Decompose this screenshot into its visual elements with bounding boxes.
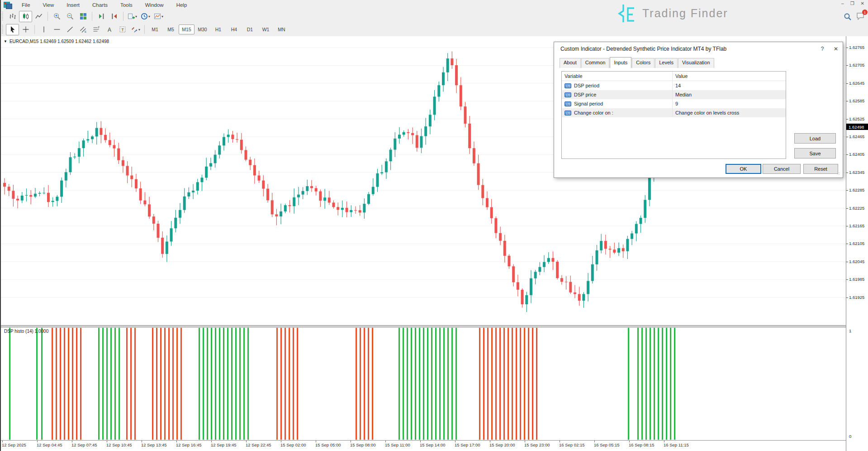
- shapes-button[interactable]: ▾: [129, 24, 142, 35]
- time-axis[interactable]: 12 Sep 202512 Sep 04:4512 Sep 07:4512 Se…: [1, 440, 846, 451]
- bar-chart-button[interactable]: [6, 11, 19, 22]
- template-button[interactable]: ▾: [152, 11, 165, 22]
- text-label-button[interactable]: A: [103, 24, 116, 35]
- toolbar-separator: [34, 25, 35, 34]
- timeframe-mn[interactable]: MN: [274, 24, 289, 34]
- cancel-button[interactable]: Cancel: [763, 164, 801, 174]
- dropdown-arrow-icon[interactable]: ▾: [161, 14, 163, 19]
- auto-scroll-button[interactable]: [108, 11, 121, 22]
- zoom-in-button[interactable]: [50, 11, 63, 22]
- time-tick-mark: [211, 441, 212, 442]
- timeframe-w1[interactable]: W1: [258, 24, 274, 34]
- variable-value[interactable]: 9: [673, 101, 786, 106]
- column-header-value: Value: [673, 73, 786, 79]
- menu-item-window[interactable]: Window: [139, 1, 170, 9]
- equidistant-channel-button[interactable]: E: [76, 24, 90, 35]
- price-axis[interactable]: 1.627651.627051.626451.625851.625251.624…: [846, 36, 868, 451]
- indicator-scale-max: 1: [849, 328, 851, 333]
- toolbar-separator: [47, 12, 48, 21]
- trend-line-button[interactable]: [63, 24, 76, 35]
- close-icon[interactable]: ✕: [861, 1, 864, 6]
- timeframe-h4[interactable]: H4: [226, 24, 242, 34]
- variable-name: Signal period: [574, 101, 603, 106]
- tab-visualization[interactable]: Visualization: [678, 58, 714, 68]
- dropdown-arrow-icon[interactable]: ▾: [138, 28, 140, 32]
- time-tick-mark: [629, 441, 630, 442]
- restore-icon[interactable]: ❐: [850, 1, 854, 6]
- tab-levels[interactable]: Levels: [655, 58, 678, 68]
- menu-item-tools[interactable]: Tools: [114, 1, 139, 9]
- svg-text:E: E: [85, 30, 86, 33]
- dialog-title-bar[interactable]: Custom Indicator - Detrended Synthetic P…: [554, 42, 843, 56]
- timeframe-d1[interactable]: D1: [242, 24, 258, 34]
- variable-value[interactable]: 14: [673, 83, 786, 88]
- timeframe-m30[interactable]: M30: [194, 24, 210, 34]
- timeframe-m5[interactable]: M5: [163, 24, 179, 34]
- dialog-close-icon[interactable]: ✕: [829, 44, 843, 54]
- tab-about[interactable]: About: [560, 58, 581, 68]
- time-tick-mark: [351, 441, 351, 442]
- minimize-icon[interactable]: –: [841, 1, 844, 6]
- timeframe-m1[interactable]: M1: [147, 24, 163, 34]
- input-row-dsp-period[interactable]: 123DSP period14: [562, 81, 786, 90]
- crosshair-button[interactable]: [19, 24, 32, 35]
- dialog-resize-grip[interactable]: ∷: [838, 173, 841, 177]
- load-button[interactable]: Load: [794, 133, 836, 144]
- crosshair-icon: [22, 26, 29, 33]
- dropdown-arrow-icon[interactable]: ▾: [135, 14, 137, 19]
- horizontal-line-button[interactable]: [50, 24, 63, 35]
- input-row-dsp-price[interactable]: 123DSP priceMedian: [562, 90, 786, 99]
- candlestick-chart-button[interactable]: [19, 11, 32, 22]
- zoom-out-button[interactable]: [63, 11, 76, 22]
- fibonacci-button[interactable]: F: [90, 24, 103, 35]
- indicator-histogram[interactable]: DSP histo (14) 1.0000: [1, 327, 846, 440]
- price-tick-label: 1.62765: [849, 45, 864, 50]
- chat-icon[interactable]: 1: [856, 12, 865, 22]
- new-order-icon: [128, 13, 135, 20]
- symbol-ohlc-label[interactable]: ▼ EURCAD,M15 1.62469 1.62509 1.62462 1.6…: [4, 39, 109, 44]
- price-tick-mark: [846, 173, 848, 173]
- variable-value[interactable]: Change color on levels cross: [673, 110, 786, 115]
- timeframe-m15[interactable]: M15: [179, 24, 194, 34]
- reset-button[interactable]: Reset: [803, 164, 838, 174]
- price-tick-mark: [846, 279, 848, 280]
- time-tick-label: 15 Sep 11:00: [385, 442, 410, 447]
- price-tick-label: 1.61985: [849, 277, 864, 282]
- chart-shift-button[interactable]: [95, 11, 108, 22]
- tab-colors[interactable]: Colors: [632, 58, 655, 68]
- tab-inputs[interactable]: Inputs: [610, 57, 631, 68]
- app-icon[interactable]: [4, 2, 12, 9]
- search-icon[interactable]: [844, 13, 852, 21]
- price-tick-label: 1.61925: [849, 295, 864, 300]
- dialog-help-button[interactable]: ?: [816, 44, 829, 54]
- current-price-flag: 1.62498: [846, 124, 868, 130]
- numeric-123-icon: 123: [564, 92, 571, 97]
- dropdown-arrow-icon[interactable]: ▾: [148, 14, 150, 19]
- price-tick-mark: [846, 154, 848, 155]
- chart-dropdown-icon[interactable]: ▼: [4, 39, 7, 43]
- cursor-button[interactable]: [6, 24, 19, 35]
- time-tick-label: 12 Sep 07:45: [71, 442, 97, 447]
- input-row-signal-period[interactable]: 123Signal period9: [562, 99, 786, 108]
- line-chart-button[interactable]: [32, 11, 45, 22]
- variable-value[interactable]: Median: [673, 92, 786, 97]
- time-tick-label: 12 Sep 2025: [2, 442, 26, 447]
- tab-common[interactable]: Common: [581, 58, 610, 68]
- time-tick-mark: [176, 441, 177, 442]
- vertical-line-button[interactable]: [37, 24, 50, 35]
- text-box-button[interactable]: T: [116, 24, 129, 35]
- new-order-button[interactable]: ▾: [126, 11, 139, 22]
- svg-text:A: A: [107, 27, 111, 33]
- svg-text:T: T: [121, 28, 123, 32]
- periods-button[interactable]: ▾: [139, 11, 152, 22]
- timeframe-h1[interactable]: H1: [210, 24, 226, 34]
- ok-button[interactable]: OK: [726, 164, 761, 174]
- save-button[interactable]: Save: [794, 148, 836, 158]
- menu-item-view[interactable]: View: [37, 1, 61, 9]
- menu-item-file[interactable]: File: [15, 1, 37, 9]
- input-row-change-color-on[interactable]: 123Change color on :Change color on leve…: [562, 108, 786, 117]
- menu-item-help[interactable]: Help: [170, 1, 194, 9]
- tile-windows-button[interactable]: [76, 11, 90, 22]
- menu-item-insert[interactable]: Insert: [60, 1, 86, 9]
- menu-item-charts[interactable]: Charts: [86, 1, 114, 9]
